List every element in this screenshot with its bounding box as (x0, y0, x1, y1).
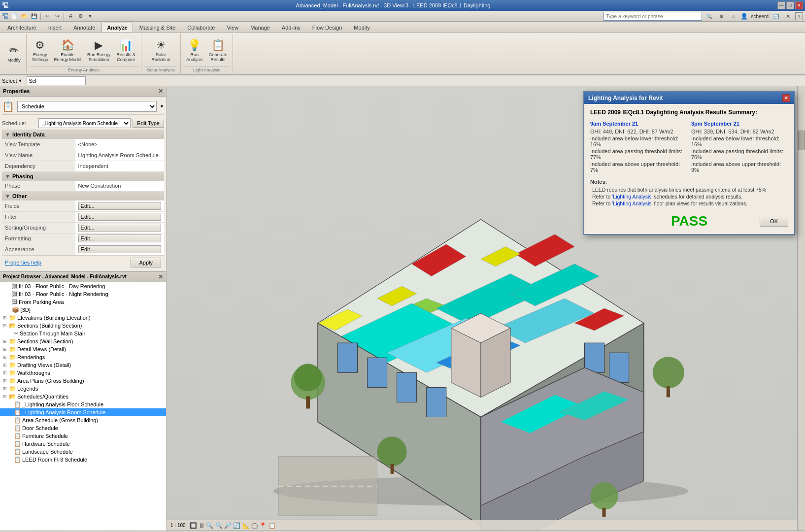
tree-group-legends[interactable]: ⊞ 📁 Legends (0, 385, 166, 393)
tree-item-door[interactable]: 📋 Door Schedule (0, 424, 166, 432)
tab-annotate[interactable]: Annotate (68, 23, 101, 32)
schedule-row: Schedule: _Lighting Analysis Room Schedu… (2, 117, 164, 130)
qa-dropdown[interactable]: ▼ (86, 12, 95, 21)
toggle-schedules[interactable]: ⊟ (2, 394, 8, 399)
properties-help-link[interactable]: Properties help (5, 260, 41, 266)
tree-item-lighting-room[interactable]: 📋 _Lighting Analysis Room Schedule (0, 408, 166, 416)
tab-analyze[interactable]: Analyze (101, 23, 133, 32)
tree-item-leed[interactable]: 📋 LEED Room Flr3 Schedule (0, 456, 166, 464)
select-dropdown[interactable]: Select ▼ (2, 78, 23, 84)
other-section[interactable]: ▼Other (2, 192, 164, 201)
appearance-edit-button[interactable]: Edit... (78, 245, 161, 253)
open-button[interactable]: 📂 (20, 12, 29, 21)
properties-close-button[interactable]: ✕ (158, 88, 163, 95)
properties-panel: Properties ✕ 📋 Schedule ▼ Schedule: _Lig… (0, 86, 166, 272)
minimize-button[interactable]: — (777, 1, 785, 9)
identity-data-section[interactable]: ▼Identity Data (2, 130, 164, 139)
filter-edit-button[interactable]: Edit... (78, 213, 161, 221)
tree-group-sections-wall[interactable]: ⊞ 📁 Sections (Wall Section) (0, 337, 166, 345)
dialog-close-button[interactable]: ✕ (782, 94, 790, 102)
edit-type-button[interactable]: Edit Type (133, 119, 164, 128)
close-button[interactable]: ✕ (795, 1, 803, 9)
tree-group-schedules[interactable]: ⊟ 📂 Schedules/Quantities (0, 393, 166, 400)
tree-item-hardware[interactable]: 📋 Hardware Schedule (0, 440, 166, 448)
toggle-legends[interactable]: ⊞ (2, 386, 8, 391)
sync-button[interactable]: 🔄 (771, 12, 780, 21)
command-search-input[interactable] (604, 12, 702, 21)
save-button[interactable]: 💾 (30, 12, 38, 21)
close-app-button[interactable]: ✕ (783, 12, 792, 21)
tab-addins[interactable]: Add-Ins (276, 23, 306, 32)
schedule-dropdown[interactable]: _Lighting Analysis Room Schedule (38, 118, 131, 128)
tab-insert[interactable]: Insert (43, 23, 67, 32)
tab-manage[interactable]: Manage (245, 23, 275, 32)
viewport[interactable]: Lighting Analysis for Revit ✕ LEED 2009 … (167, 86, 805, 531)
tree-item-area-schedule[interactable]: 📋 Area Schedule (Gross Building) (0, 416, 166, 424)
ok-button[interactable]: OK (760, 216, 788, 227)
tree-item-flr03-day[interactable]: 🖼 flr 03 - Floor Public - Day Rendering (0, 282, 166, 290)
window-right-2 (609, 353, 629, 382)
options-button[interactable]: ⚙ (717, 12, 726, 21)
tab-massing[interactable]: Massing & Site (134, 23, 181, 32)
search-button[interactable]: 🔍 (705, 12, 714, 21)
tree-item-3d[interactable]: 📦 {3D} (0, 306, 166, 314)
solar-radiation-label: SolarRadiation (152, 52, 170, 62)
tab-view[interactable]: View (221, 23, 244, 32)
run-energy-button[interactable]: ▶ Run EnergySimulation (85, 37, 113, 64)
toggle-walkthroughs[interactable]: ⊞ (2, 370, 8, 375)
tab-flowdesign[interactable]: Flow Design (307, 23, 348, 32)
toggle-sections-building[interactable]: ⊟ (2, 323, 8, 328)
toggle-renderings[interactable]: ⊞ (2, 355, 8, 360)
star-button[interactable]: ☆ (729, 12, 738, 21)
toggle-elevations[interactable]: ⊞ (2, 315, 8, 320)
redo-button[interactable]: ↪ (53, 12, 62, 21)
generate-results-button[interactable]: 📋 GenerateResults (206, 37, 230, 64)
settings-button[interactable]: ⚙ (76, 12, 85, 21)
tab-collaborate[interactable]: Collaborate (182, 23, 220, 32)
tree-item-section-main[interactable]: ✂ Section Through Main Stair (0, 330, 166, 337)
tree-group-walkthroughs[interactable]: ⊞ 📁 Walkthroughs (0, 369, 166, 377)
scroll-thumb[interactable] (798, 131, 805, 150)
undo-button[interactable]: ↩ (43, 12, 52, 21)
enable-energy-button[interactable]: 🏠 EnableEnergy Model (52, 37, 84, 64)
tree-group-sections-building[interactable]: ⊟ 📂 Sections (Building Section) (0, 322, 166, 330)
help-button[interactable]: ? (795, 12, 803, 20)
toggle-detail-views[interactable]: ⊞ (2, 347, 8, 352)
phasing-section[interactable]: ▼Phasing (2, 171, 164, 181)
tree-label-lighting-room: _Lighting Analysis Room Schedule (22, 409, 105, 415)
tab-architecture[interactable]: Architecture (2, 23, 42, 32)
tree-group-elevations[interactable]: ⊞ 📁 Elevations (Building Elevation) (0, 314, 166, 322)
toggle-sections-wall[interactable]: ⊞ (2, 339, 8, 344)
apply-button[interactable]: Apply (131, 258, 161, 267)
browser-close-button[interactable]: ✕ (158, 273, 163, 280)
tree-group-detail-views[interactable]: ⊞ 📁 Detail Views (Detail) (0, 345, 166, 353)
toggle-drafting[interactable]: ⊞ (2, 363, 8, 367)
modify-button[interactable]: ✏ Modify (5, 43, 23, 64)
print-button[interactable]: 🖨 (66, 12, 75, 21)
select-dropdown-arrow[interactable]: ▼ (18, 78, 23, 83)
group-modify: ✏ Modify (2, 33, 27, 73)
type-dropdown[interactable]: Schedule (17, 101, 157, 112)
tree-item-flr03-night[interactable]: 🖼 flr 03 - Floor Public - Night Renderin… (0, 290, 166, 298)
sorting-edit-button[interactable]: Edit... (78, 224, 161, 232)
run-analysis-button[interactable]: 💡 RunAnalysis (184, 37, 205, 64)
tab-modify[interactable]: Modify (348, 23, 375, 32)
prop-appearance-value: Edit... (75, 244, 164, 255)
tree-group-renderings[interactable]: ⊞ 📁 Renderings (0, 353, 166, 361)
tree-group-area-plans[interactable]: ⊞ 📁 Area Plans (Gross Building) (0, 377, 166, 385)
formatting-edit-button[interactable]: Edit... (78, 234, 161, 242)
fields-edit-button[interactable]: Edit... (78, 202, 161, 210)
tree-item-lighting-floor[interactable]: 📋 _Lighting Analysis Floor Schedule (0, 400, 166, 408)
results-compare-button[interactable]: 📊 Results &Compare (114, 37, 138, 64)
tree-item-parking[interactable]: 🖼 From Parking Area (0, 298, 166, 306)
results-compare-icon: 📊 (119, 39, 133, 52)
new-button[interactable]: 📄 (10, 12, 19, 21)
energy-settings-button[interactable]: ⚙ EnergySettings (30, 37, 51, 64)
tree-item-furniture[interactable]: 📋 Furniture Schedule (0, 432, 166, 440)
maximize-button[interactable]: □ (786, 1, 794, 9)
solar-radiation-button[interactable]: ☀ SolarRadiation (149, 37, 173, 64)
toggle-area-plans[interactable]: ⊞ (2, 378, 8, 383)
tree-group-drafting[interactable]: ⊞ 📁 Drafting Views (Detail) (0, 361, 166, 369)
select-input[interactable] (27, 76, 86, 85)
tree-item-landscape[interactable]: 📋 Landscape Schedule (0, 448, 166, 456)
